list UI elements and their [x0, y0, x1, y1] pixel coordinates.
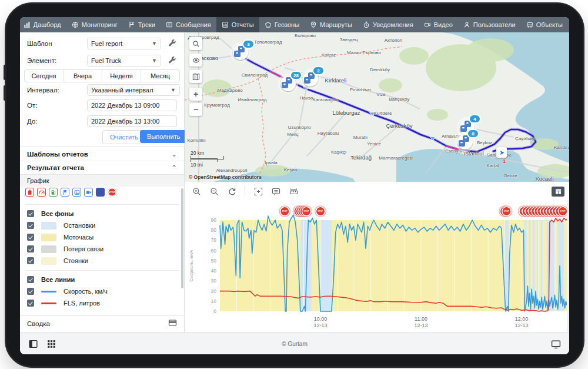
nav-tab-routes[interactable]: Маршруты: [305, 17, 358, 32]
app-screen: ДашбордМониторингТрекиСообщенияОтчетыГео…: [20, 17, 569, 354]
users-icon: [463, 21, 470, 28]
page: ДашбордМониторингТрекиСообщенияОтчетыГео…: [0, 0, 588, 369]
section-report-templates[interactable]: Шаблоны отчетов⌄: [20, 147, 184, 161]
element-settings-icon[interactable]: [168, 56, 176, 65]
quick-range-1[interactable]: Вчера: [63, 70, 102, 82]
speed-fuel-chart[interactable]: STOPSTOPSTOPSTOPSTOPSTOPSTOPSTOPSTOPSTOP…: [185, 201, 569, 333]
chart-zoom-in-button[interactable]: [192, 187, 201, 196]
toolbar-separator: [245, 187, 245, 196]
template-select[interactable]: Fuel report▼: [87, 38, 161, 49]
nav-tab-users[interactable]: Пользователи: [458, 17, 521, 32]
svg-text:12-13: 12-13: [415, 323, 428, 328]
interval-select[interactable]: Указанный интервал▼: [87, 84, 180, 96]
svg-text:0: 0: [213, 308, 216, 314]
stop-marker[interactable]: STOP: [501, 206, 512, 217]
checkbox[interactable]: [27, 222, 34, 229]
element-select[interactable]: Fuel Truck▼: [87, 55, 161, 67]
svg-text:80: 80: [211, 227, 217, 233]
map-zoom-out-button[interactable]: −: [189, 103, 202, 116]
image-icon[interactable]: [72, 188, 81, 197]
nav-tab-reports[interactable]: Отчеты: [216, 17, 259, 32]
from-label: От:: [27, 102, 37, 109]
checkbox[interactable]: [27, 210, 34, 217]
checkbox[interactable]: [27, 288, 34, 295]
parking-icon[interactable]: P: [96, 188, 105, 197]
nav-tab-notifications[interactable]: Уведомления: [358, 17, 419, 32]
nav-tab-geofences[interactable]: Геозоны: [259, 17, 305, 32]
checkbox[interactable]: [27, 234, 34, 241]
chart-marker-toggles: PSTOP: [25, 188, 116, 197]
from-date-input[interactable]: 2022 Декабрь 13 09:00: [87, 99, 177, 111]
line-swatch: [41, 291, 56, 292]
cluster-marker[interactable]: 3: [230, 42, 250, 62]
checkbox[interactable]: [27, 257, 34, 264]
stop-icon[interactable]: STOP: [108, 188, 116, 197]
element-label: Элемент:: [27, 57, 56, 64]
stop-marker[interactable]: STOP: [315, 206, 326, 217]
template-settings-icon[interactable]: [168, 39, 176, 48]
chart-fit-button[interactable]: [253, 187, 263, 196]
chart-table-button[interactable]: [552, 187, 564, 197]
nav-tab-dashboard[interactable]: Дашборд: [20, 17, 66, 32]
chart-zoom-out-button[interactable]: [209, 187, 219, 196]
quick-range-2[interactable]: Неделя: [102, 70, 141, 82]
svg-text:70: 70: [211, 237, 217, 243]
reports-icon: [222, 21, 229, 28]
legend-bg-0: Остановки: [20, 220, 184, 231]
map-zoom-in-button[interactable]: +: [189, 88, 202, 101]
result-item-chart[interactable]: График: [20, 175, 184, 187]
quick-range-3[interactable]: Месяц: [141, 70, 179, 82]
monitoring-icon: [72, 21, 79, 28]
checkbox[interactable]: [27, 300, 34, 307]
color-swatch: [41, 234, 56, 241]
fuel-theft-icon[interactable]: [25, 188, 34, 197]
flag-icon: [460, 125, 467, 132]
sidebar-scrollbar[interactable]: [181, 188, 183, 288]
cluster-marker[interactable]: 2: [300, 69, 320, 89]
checkbox[interactable]: [27, 276, 34, 283]
chart-scrollbar[interactable]: [567, 201, 569, 333]
nav-tab-tracks[interactable]: Треки: [123, 17, 161, 32]
to-date-input[interactable]: 2022 Декабрь 13 13:00: [87, 115, 177, 127]
chart-measure-button[interactable]: [289, 187, 298, 196]
svg-text:12:00: 12:00: [515, 316, 529, 322]
event-flag-icon[interactable]: [61, 188, 69, 197]
nav-tab-messages[interactable]: Сообщения: [161, 17, 216, 32]
map-layers-button[interactable]: [189, 70, 202, 83]
nav-tab-video[interactable]: Видео: [419, 17, 458, 32]
clear-button[interactable]: Очистить: [102, 130, 146, 144]
divider: [26, 204, 179, 205]
chart-tooltip-button[interactable]: [271, 187, 280, 196]
chart-panel[interactable]: STOPSTOPSTOPSTOPSTOPSTOPSTOPSTOPSTOPSTOP…: [185, 201, 569, 333]
stop-marker[interactable]: STOP: [279, 206, 290, 217]
geofences-icon: [265, 21, 272, 28]
map-search-button[interactable]: [189, 37, 202, 50]
legend-all-backgrounds: Все фоны: [20, 208, 184, 220]
summary-table-icon[interactable]: [168, 318, 177, 328]
cluster-marker[interactable]: 8: [455, 132, 475, 152]
section-report-result[interactable]: Результат отчета⌃: [20, 161, 184, 175]
execute-button[interactable]: Выполнить: [140, 130, 187, 143]
map-panel[interactable]: ДимитровградХасковоТополовградБоляровоЗв…: [185, 32, 569, 182]
video-marker-icon[interactable]: [84, 188, 93, 197]
filling-icon[interactable]: [49, 188, 58, 197]
report-sidebar: Шаблон Fuel report▼ Элемент: Fuel Truck▼…: [20, 32, 185, 333]
cluster-marker[interactable]: 28: [278, 74, 298, 94]
units-icon: [526, 21, 533, 28]
nav-tab-units[interactable]: Объекты: [521, 17, 568, 32]
chart-reset-zoom-button[interactable]: [227, 187, 236, 196]
template-label: Шаблон: [27, 40, 52, 47]
map-visibility-button[interactable]: [189, 54, 202, 67]
unit-marker[interactable]: [496, 147, 507, 158]
copyright-text: © Gurtam: [20, 341, 569, 347]
summary-row[interactable]: Сводка: [20, 315, 184, 331]
checkbox[interactable]: [27, 245, 34, 252]
line-swatch: [41, 302, 56, 304]
nav-tab-monitoring[interactable]: Мониторинг: [66, 17, 123, 32]
quick-range-group: СегодняВчераНеделяМесяц: [24, 69, 180, 82]
svg-text:11:00: 11:00: [415, 316, 427, 322]
quick-range-0[interactable]: Сегодня: [25, 70, 63, 82]
flag-icon: [282, 82, 288, 88]
stop-marker[interactable]: STOP: [301, 206, 312, 217]
speeding-icon[interactable]: [37, 188, 46, 197]
